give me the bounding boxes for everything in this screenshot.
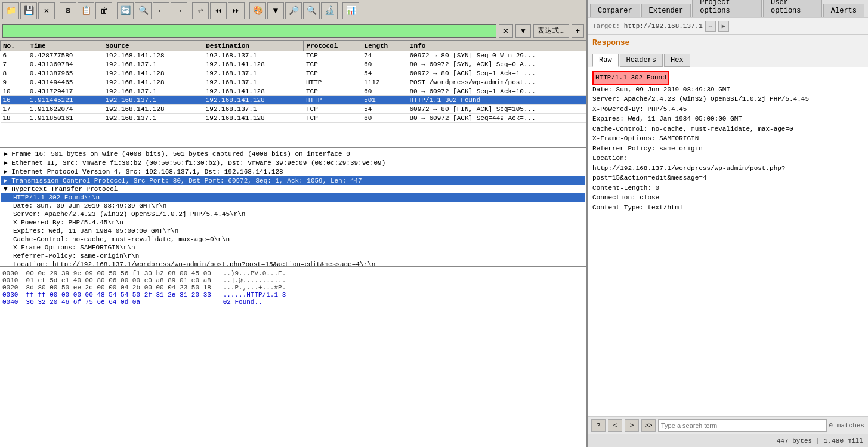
toolbar-btn-open[interactable]: 📁	[2, 2, 19, 19]
bytes-line-3: 0020 8d 80 00 50 ee 2c 00 00 04 2b 00 00…	[2, 284, 584, 291]
packet-row-6[interactable]: 60.428777589192.168.141.128192.168.137.1…	[1, 51, 586, 60]
cell-proto: TCP	[304, 69, 362, 78]
response-status-line: HTTP/1.1 302 Found	[592, 71, 863, 85]
tab-hex[interactable]: Hex	[664, 54, 690, 67]
toolbar-btn-back[interactable]: ←	[153, 2, 169, 19]
toolbar-btn-delete[interactable]: 🗑	[95, 2, 112, 19]
cell-dst: 192.168.141.128	[203, 114, 304, 123]
filter-expression-btn[interactable]: 表达式...	[533, 24, 569, 38]
detail-item-x-frame[interactable]: X-Frame-Options: SAMEORIGIN\r\n	[1, 243, 585, 252]
tab-raw[interactable]: Raw	[592, 54, 619, 67]
bytes-line-1: 0000 00 0c 29 39 9e 09 00 50 56 f1 30 b2…	[2, 270, 584, 277]
detail-item-cache[interactable]: Cache-Control: no-cache, must-revalidate…	[1, 235, 585, 243]
tab-project-options[interactable]: Project options	[692, 0, 762, 17]
packet-table: No. Time Source Destination Protocol Len…	[0, 41, 586, 123]
toolbar-btn-colorize[interactable]: 🎨	[249, 2, 266, 19]
toolbar-btn-copy[interactable]: 📋	[78, 2, 94, 19]
tab-alerts[interactable]: Alerts	[823, 4, 864, 17]
cell-info: 60972 → 80 [SYN] Seq=0 Win=29...	[407, 51, 586, 60]
wireshark-panel: 📁 💾 ✕ ⚙ 📋 🗑 🔄 🔍 ← → ↩ ⏮ ⏭ 🎨 ▼ 🔎 🔍 🔬 📊 tc…	[0, 0, 588, 447]
toolbar: 📁 💾 ✕ ⚙ 📋 🗑 🔄 🔍 ← → ↩ ⏮ ⏭ 🎨 ▼ 🔎 🔍 🔬 📊	[0, 0, 586, 21]
toolbar-btn-zoom-reset[interactable]: 🔬	[321, 2, 338, 19]
response-cache-control: Cache-Control: no-cache, must-revalidate…	[592, 124, 863, 134]
search-input[interactable]	[658, 419, 827, 432]
filter-dropdown-btn[interactable]: ▼	[515, 24, 531, 38]
status-highlight: HTTP/1.1 302 Found	[592, 71, 669, 85]
cell-dst: 192.168.137.1	[203, 69, 304, 78]
detail-item-frame[interactable]: ▶ Frame 16: 501 bytes on wire (4008 bits…	[1, 149, 585, 158]
cell-info: 80 → 60972 [ACK] Seq=449 Ack=...	[407, 114, 586, 123]
search-next-btn[interactable]: >	[625, 419, 639, 432]
tab-comparer[interactable]: Comparer	[590, 4, 640, 17]
cell-proto: TCP	[304, 114, 362, 123]
detail-item-x-powered[interactable]: X-Powered-By: PHP/5.4.45\r\n	[1, 218, 585, 227]
toolbar-btn-zoom-in[interactable]: 🔎	[285, 2, 302, 19]
response-connection: Connection: close	[592, 193, 863, 203]
toolbar-btn-save[interactable]: 💾	[20, 2, 37, 19]
packet-list[interactable]: No. Time Source Destination Protocol Len…	[0, 41, 586, 148]
detail-item-server[interactable]: Server: Apache/2.4.23 (Win32) OpenSSL/1.…	[1, 210, 585, 218]
cell-proto: TCP	[304, 51, 362, 60]
packet-row-18[interactable]: 181.911850161192.168.137.1192.168.141.12…	[1, 114, 586, 123]
detail-item-http[interactable]: ▼ Hypertext Transfer Protocol	[1, 185, 585, 193]
search-down-btn[interactable]: >>	[641, 419, 656, 432]
toolbar-btn-goto[interactable]: ↩	[192, 2, 209, 19]
cell-src: 192.168.137.1	[103, 87, 203, 96]
cell-proto: TCP	[304, 87, 362, 96]
bytes-line-5: 0040 30 32 20 46 6f 75 6e 64 0d 0a 02 Fo…	[2, 298, 584, 306]
search-prev-btn[interactable]: <	[608, 419, 622, 432]
search-bar: ? < > >> 0 matches	[588, 416, 868, 434]
toolbar-btn-first[interactable]: ⏮	[210, 2, 227, 19]
burp-top-tabs: Comparer Extender Project options User o…	[588, 0, 868, 18]
packet-row-17[interactable]: 171.911622074192.168.141.128192.168.137.…	[1, 105, 586, 114]
cell-src: 192.168.141.128	[103, 69, 203, 78]
detail-item-referrer[interactable]: Referrer-Policy: same-origin\r\n	[1, 252, 585, 260]
packet-row-7[interactable]: 70.431360784192.168.137.1192.168.141.128…	[1, 60, 586, 69]
cell-len: 60	[362, 114, 407, 123]
toolbar-btn-layout[interactable]: 📊	[342, 2, 359, 19]
packet-row-8[interactable]: 80.431387965192.168.141.128192.168.137.1…	[1, 69, 586, 78]
response-referrer: Referrer-Policy: same-origin	[592, 144, 863, 154]
toolbar-btn-forward[interactable]: →	[171, 2, 187, 19]
cell-time: 0.431387965	[27, 69, 103, 78]
filter-clear-btn[interactable]: ✕	[499, 24, 513, 38]
detail-item-location[interactable]: Location: http://192.168.137.1/wordpress…	[1, 260, 585, 267]
response-date: Date: Sun, 09 Jun 2019 08:49:39 GMT	[592, 85, 863, 95]
detail-item-http-status[interactable]: HTTP/1.1 302 Found\r\n	[1, 193, 585, 202]
cell-len: 54	[362, 69, 407, 78]
packet-detail[interactable]: ▶ Frame 16: 501 bytes on wire (4008 bits…	[0, 148, 586, 267]
cell-time: 1.911445221	[27, 96, 103, 105]
target-nav-btn[interactable]: ▶	[718, 21, 729, 32]
detail-item-date[interactable]: Date: Sun, 09 Jun 2019 08:49:39 GMT\r\n	[1, 202, 585, 210]
col-time: Time	[27, 41, 103, 51]
toolbar-btn-reload[interactable]: 🔄	[117, 2, 134, 19]
tab-extender[interactable]: Extender	[641, 4, 691, 17]
filter-add-btn[interactable]: +	[572, 24, 584, 38]
response-header: Response	[588, 35, 868, 51]
detail-item-ip[interactable]: ▶ Internet Protocol Version 4, Src: 192.…	[1, 167, 585, 176]
packet-row-16[interactable]: 161.911445221192.168.137.1192.168.141.12…	[1, 96, 586, 105]
response-x-frame: X-Frame-Options: SAMEORIGIN	[592, 134, 863, 144]
search-help-btn[interactable]: ?	[591, 419, 606, 432]
cell-no: 7	[1, 60, 27, 69]
tab-headers[interactable]: Headers	[620, 54, 663, 67]
cell-len: 54	[362, 105, 407, 114]
toolbar-btn-autoscroll[interactable]: ▼	[267, 2, 284, 19]
toolbar-btn-last[interactable]: ⏭	[228, 2, 245, 19]
target-edit-btn[interactable]: ✏	[705, 21, 716, 32]
response-location: Location: http://192.168.137.1/wordpress…	[592, 153, 863, 183]
toolbar-btn-settings[interactable]: ⚙	[60, 2, 76, 19]
filter-input[interactable]: tcp.stream eq 1	[2, 24, 496, 38]
detail-item-ethernet[interactable]: ▶ Ethernet II, Src: Vmware_f1:30:b2 (00:…	[1, 158, 585, 167]
cell-dst: 192.168.137.1	[203, 51, 304, 60]
toolbar-btn-find[interactable]: 🔍	[135, 2, 152, 19]
tab-user-options[interactable]: User options	[763, 0, 822, 17]
cell-info: 80 → 60972 [ACK] Seq=1 Ack=10...	[407, 87, 586, 96]
detail-item-expires[interactable]: Expires: Wed, 11 Jan 1984 05:00:00 GMT\r…	[1, 227, 585, 235]
cell-len: 501	[362, 96, 407, 105]
packet-row-10[interactable]: 100.431729417192.168.137.1192.168.141.12…	[1, 87, 586, 96]
packet-row-9[interactable]: 90.431494465192.168.141.128192.168.137.1…	[1, 78, 586, 87]
toolbar-btn-close[interactable]: ✕	[38, 2, 55, 19]
toolbar-btn-zoom-out[interactable]: 🔍	[303, 2, 320, 19]
detail-item-tcp[interactable]: ▶ Transmission Control Protocol, Src Por…	[1, 176, 585, 185]
